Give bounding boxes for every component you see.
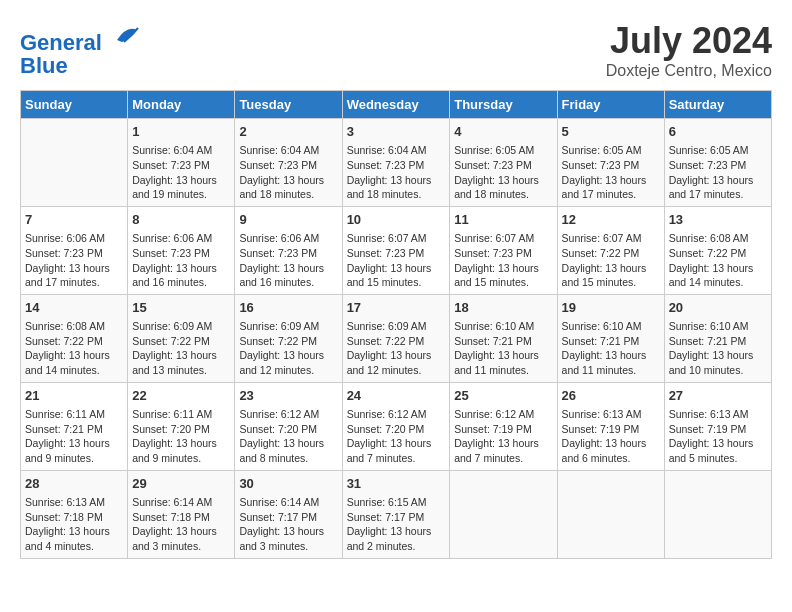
calendar-cell: 23Sunrise: 6:12 AMSunset: 7:20 PMDayligh… <box>235 382 342 470</box>
daylight-text: Daylight: 13 hours and 5 minutes. <box>669 436 767 465</box>
day-number: 4 <box>454 123 552 141</box>
week-row-2: 14Sunrise: 6:08 AMSunset: 7:22 PMDayligh… <box>21 294 772 382</box>
daylight-text: Daylight: 13 hours and 7 minutes. <box>347 436 446 465</box>
sunset-text: Sunset: 7:19 PM <box>454 422 552 437</box>
sunset-text: Sunset: 7:21 PM <box>669 334 767 349</box>
sunrise-text: Sunrise: 6:08 AM <box>25 319 123 334</box>
calendar-cell <box>450 470 557 558</box>
day-number: 23 <box>239 387 337 405</box>
day-number: 20 <box>669 299 767 317</box>
day-number: 7 <box>25 211 123 229</box>
sunset-text: Sunset: 7:18 PM <box>132 510 230 525</box>
calendar-cell: 13Sunrise: 6:08 AMSunset: 7:22 PMDayligh… <box>664 206 771 294</box>
sunset-text: Sunset: 7:21 PM <box>454 334 552 349</box>
day-number: 25 <box>454 387 552 405</box>
daylight-text: Daylight: 13 hours and 18 minutes. <box>239 173 337 202</box>
day-number: 2 <box>239 123 337 141</box>
sunrise-text: Sunrise: 6:10 AM <box>454 319 552 334</box>
calendar-cell: 11Sunrise: 6:07 AMSunset: 7:23 PMDayligh… <box>450 206 557 294</box>
sunrise-text: Sunrise: 6:09 AM <box>132 319 230 334</box>
sunrise-text: Sunrise: 6:06 AM <box>132 231 230 246</box>
day-number: 28 <box>25 475 123 493</box>
sunrise-text: Sunrise: 6:05 AM <box>562 143 660 158</box>
sunrise-text: Sunrise: 6:07 AM <box>454 231 552 246</box>
daylight-text: Daylight: 13 hours and 18 minutes. <box>347 173 446 202</box>
sunset-text: Sunset: 7:23 PM <box>132 158 230 173</box>
calendar-cell <box>21 119 128 207</box>
sunset-text: Sunset: 7:20 PM <box>239 422 337 437</box>
day-number: 1 <box>132 123 230 141</box>
sunrise-text: Sunrise: 6:08 AM <box>669 231 767 246</box>
day-number: 14 <box>25 299 123 317</box>
sunset-text: Sunset: 7:23 PM <box>25 246 123 261</box>
header-sunday: Sunday <box>21 91 128 119</box>
sunrise-text: Sunrise: 6:11 AM <box>132 407 230 422</box>
daylight-text: Daylight: 13 hours and 15 minutes. <box>562 261 660 290</box>
daylight-text: Daylight: 13 hours and 6 minutes. <box>562 436 660 465</box>
sunrise-text: Sunrise: 6:04 AM <box>132 143 230 158</box>
sunrise-text: Sunrise: 6:09 AM <box>347 319 446 334</box>
daylight-text: Daylight: 13 hours and 4 minutes. <box>25 524 123 553</box>
calendar-cell: 1Sunrise: 6:04 AMSunset: 7:23 PMDaylight… <box>128 119 235 207</box>
daylight-text: Daylight: 13 hours and 14 minutes. <box>25 348 123 377</box>
day-number: 8 <box>132 211 230 229</box>
sunset-text: Sunset: 7:23 PM <box>239 158 337 173</box>
calendar-cell: 5Sunrise: 6:05 AMSunset: 7:23 PMDaylight… <box>557 119 664 207</box>
sunset-text: Sunset: 7:23 PM <box>347 246 446 261</box>
day-number: 13 <box>669 211 767 229</box>
daylight-text: Daylight: 13 hours and 11 minutes. <box>562 348 660 377</box>
calendar-cell: 18Sunrise: 6:10 AMSunset: 7:21 PMDayligh… <box>450 294 557 382</box>
calendar-cell: 30Sunrise: 6:14 AMSunset: 7:17 PMDayligh… <box>235 470 342 558</box>
sunset-text: Sunset: 7:21 PM <box>25 422 123 437</box>
calendar-cell: 31Sunrise: 6:15 AMSunset: 7:17 PMDayligh… <box>342 470 450 558</box>
sunrise-text: Sunrise: 6:07 AM <box>347 231 446 246</box>
calendar-cell <box>557 470 664 558</box>
calendar-cell: 15Sunrise: 6:09 AMSunset: 7:22 PMDayligh… <box>128 294 235 382</box>
sunrise-text: Sunrise: 6:10 AM <box>562 319 660 334</box>
calendar-cell: 7Sunrise: 6:06 AMSunset: 7:23 PMDaylight… <box>21 206 128 294</box>
daylight-text: Daylight: 13 hours and 7 minutes. <box>454 436 552 465</box>
calendar-cell: 16Sunrise: 6:09 AMSunset: 7:22 PMDayligh… <box>235 294 342 382</box>
header-thursday: Thursday <box>450 91 557 119</box>
day-number: 9 <box>239 211 337 229</box>
day-number: 26 <box>562 387 660 405</box>
sunset-text: Sunset: 7:23 PM <box>132 246 230 261</box>
sunset-text: Sunset: 7:22 PM <box>25 334 123 349</box>
daylight-text: Daylight: 13 hours and 8 minutes. <box>239 436 337 465</box>
logo-blue: Blue <box>20 55 142 77</box>
sunrise-text: Sunrise: 6:13 AM <box>562 407 660 422</box>
calendar-cell: 3Sunrise: 6:04 AMSunset: 7:23 PMDaylight… <box>342 119 450 207</box>
daylight-text: Daylight: 13 hours and 9 minutes. <box>25 436 123 465</box>
daylight-text: Daylight: 13 hours and 15 minutes. <box>454 261 552 290</box>
day-number: 31 <box>347 475 446 493</box>
sunrise-text: Sunrise: 6:15 AM <box>347 495 446 510</box>
week-row-0: 1Sunrise: 6:04 AMSunset: 7:23 PMDaylight… <box>21 119 772 207</box>
header-wednesday: Wednesday <box>342 91 450 119</box>
daylight-text: Daylight: 13 hours and 19 minutes. <box>132 173 230 202</box>
sunset-text: Sunset: 7:22 PM <box>132 334 230 349</box>
calendar-cell: 25Sunrise: 6:12 AMSunset: 7:19 PMDayligh… <box>450 382 557 470</box>
calendar-cell: 10Sunrise: 6:07 AMSunset: 7:23 PMDayligh… <box>342 206 450 294</box>
calendar-table: SundayMondayTuesdayWednesdayThursdayFrid… <box>20 90 772 559</box>
sunrise-text: Sunrise: 6:12 AM <box>239 407 337 422</box>
calendar-cell: 14Sunrise: 6:08 AMSunset: 7:22 PMDayligh… <box>21 294 128 382</box>
header-friday: Friday <box>557 91 664 119</box>
day-number: 6 <box>669 123 767 141</box>
calendar-cell: 24Sunrise: 6:12 AMSunset: 7:20 PMDayligh… <box>342 382 450 470</box>
sunrise-text: Sunrise: 6:05 AM <box>454 143 552 158</box>
calendar-header-row: SundayMondayTuesdayWednesdayThursdayFrid… <box>21 91 772 119</box>
sunset-text: Sunset: 7:23 PM <box>562 158 660 173</box>
day-number: 12 <box>562 211 660 229</box>
sunset-text: Sunset: 7:17 PM <box>347 510 446 525</box>
day-number: 11 <box>454 211 552 229</box>
daylight-text: Daylight: 13 hours and 17 minutes. <box>25 261 123 290</box>
sunset-text: Sunset: 7:23 PM <box>454 246 552 261</box>
logo-icon <box>112 20 142 50</box>
sunrise-text: Sunrise: 6:04 AM <box>347 143 446 158</box>
day-number: 22 <box>132 387 230 405</box>
header-tuesday: Tuesday <box>235 91 342 119</box>
calendar-cell: 22Sunrise: 6:11 AMSunset: 7:20 PMDayligh… <box>128 382 235 470</box>
sunrise-text: Sunrise: 6:13 AM <box>25 495 123 510</box>
sunrise-text: Sunrise: 6:05 AM <box>669 143 767 158</box>
day-number: 19 <box>562 299 660 317</box>
